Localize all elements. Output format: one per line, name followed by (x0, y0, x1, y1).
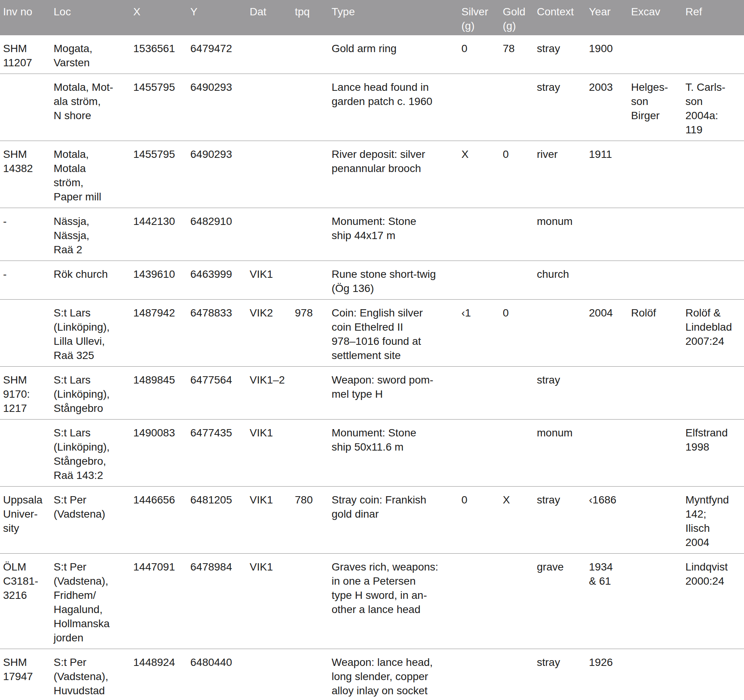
column-header-gold: Gold (g) (500, 0, 534, 35)
cell-context: church (534, 261, 586, 300)
cell-excav (628, 649, 682, 700)
cell-tpq (292, 554, 329, 649)
cell-context: stray (534, 35, 586, 74)
cell-x: 1536561 (130, 35, 187, 74)
cell-loc: S:t Lars (Linköping), Stångebro (51, 367, 130, 420)
cell-type: Gold arm ring (329, 35, 458, 74)
cell-ref: T. Carls- son 2004a: 119 (682, 74, 744, 141)
cell-year: 1911 (586, 141, 628, 208)
column-header-x: X (130, 0, 187, 35)
cell-excav (628, 420, 682, 487)
cell-dat (247, 35, 292, 74)
table-body: SHM 11207 Mogata, Varsten 1536561 647947… (0, 35, 744, 700)
finds-catalogue-table: Inv no Loc X Y Dat tpq Type Silver (g) G… (0, 0, 744, 700)
table-row: S:t Lars (Linköping), Lilla Ullevi, Raä … (0, 300, 744, 367)
cell-ref: Rolöf & Lindeblad 2007:24 (682, 300, 744, 367)
cell-silver: ‹1 (458, 300, 500, 367)
cell-tpq (292, 141, 329, 208)
cell-excav (628, 554, 682, 649)
cell-silver (458, 554, 500, 649)
cell-type: Weapon: lance head, long slender, copper… (329, 649, 458, 700)
cell-y: 6481205 (187, 487, 247, 554)
column-header-y: Y (187, 0, 247, 35)
cell-gold: 0 (500, 141, 534, 208)
cell-x: 1439610 (130, 261, 187, 300)
cell-type: River deposit: silver penannular brooch (329, 141, 458, 208)
cell-dat: VIK1 (247, 554, 292, 649)
cell-excav (628, 367, 682, 420)
cell-ref (682, 208, 744, 261)
cell-excav: Rolöf (628, 300, 682, 367)
cell-y: 6480440 (187, 649, 247, 700)
cell-inv-no (0, 300, 51, 367)
cell-dat (247, 208, 292, 261)
cell-ref: Myntfynd 142; Ilisch 2004 (682, 487, 744, 554)
cell-loc: Nässja, Nässja, Raä 2 (51, 208, 130, 261)
table-row: SHM 9170: 1217 S:t Lars (Linköping), Stå… (0, 367, 744, 420)
cell-dat: VIK1 (247, 487, 292, 554)
cell-gold: X (500, 487, 534, 554)
cell-type: Lance head found in garden patch c. 1960 (329, 74, 458, 141)
cell-x: 1487942 (130, 300, 187, 367)
cell-context: grave (534, 554, 586, 649)
cell-excav (628, 208, 682, 261)
cell-gold (500, 367, 534, 420)
cell-year: 2003 (586, 74, 628, 141)
cell-x: 1455795 (130, 141, 187, 208)
cell-gold: 78 (500, 35, 534, 74)
cell-type: Monument: Stone ship 50x11.6 m (329, 420, 458, 487)
cell-dat (247, 141, 292, 208)
cell-loc: S:t Lars (Linköping), Stångebro, Raä 143… (51, 420, 130, 487)
cell-type: Rune stone short-twig (Ög 136) (329, 261, 458, 300)
cell-x: 1442130 (130, 208, 187, 261)
cell-silver (458, 367, 500, 420)
cell-silver (458, 649, 500, 700)
cell-silver (458, 261, 500, 300)
cell-loc: S:t Per (Vadstena) (51, 487, 130, 554)
table-row: SHM 17947 S:t Per (Vadstena), Huvudstad … (0, 649, 744, 700)
cell-ref (682, 367, 744, 420)
cell-x: 1448924 (130, 649, 187, 700)
cell-inv-no: - (0, 261, 51, 300)
cell-y: 6482910 (187, 208, 247, 261)
cell-context: monum (534, 208, 586, 261)
cell-dat: VIK2 (247, 300, 292, 367)
column-header-excav: Excav (628, 0, 682, 35)
cell-dat (247, 649, 292, 700)
cell-context: stray (534, 74, 586, 141)
cell-tpq (292, 649, 329, 700)
cell-y: 6479472 (187, 35, 247, 74)
cell-inv-no: Uppsala Univer- sity (0, 487, 51, 554)
cell-gold (500, 420, 534, 487)
column-header-type: Type (329, 0, 458, 35)
cell-ref: Lindqvist 2000:24 (682, 554, 744, 649)
cell-y: 6477435 (187, 420, 247, 487)
cell-loc: S:t Per (Vadstena), Huvudstad (51, 649, 130, 700)
cell-inv-no (0, 74, 51, 141)
cell-gold: 0 (500, 300, 534, 367)
cell-inv-no: ÖLM C3181- 3216 (0, 554, 51, 649)
cell-year: ‹1686 (586, 487, 628, 554)
header-row: Inv no Loc X Y Dat tpq Type Silver (g) G… (0, 0, 744, 35)
cell-x: 1455795 (130, 74, 187, 141)
table-row: SHM 14382 Motala, Motala ström, Paper mi… (0, 141, 744, 208)
cell-tpq (292, 35, 329, 74)
column-header-year: Year (586, 0, 628, 35)
cell-silver (458, 74, 500, 141)
cell-y: 6490293 (187, 141, 247, 208)
table-row: - Rök church 1439610 6463999 VIK1 Rune s… (0, 261, 744, 300)
cell-y: 6463999 (187, 261, 247, 300)
column-header-dat: Dat (247, 0, 292, 35)
cell-year (586, 208, 628, 261)
cell-dat: VIK1–2 (247, 367, 292, 420)
cell-tpq: 978 (292, 300, 329, 367)
cell-gold (500, 208, 534, 261)
cell-inv-no: SHM 9170: 1217 (0, 367, 51, 420)
cell-year: 1934 & 61 (586, 554, 628, 649)
cell-loc: Motala, Motala ström, Paper mill (51, 141, 130, 208)
cell-ref (682, 35, 744, 74)
table-row: Uppsala Univer- sity S:t Per (Vadstena) … (0, 487, 744, 554)
cell-year (586, 367, 628, 420)
column-header-tpq: tpq (292, 0, 329, 35)
catalogue-table-page: Inv no Loc X Y Dat tpq Type Silver (g) G… (0, 0, 744, 700)
